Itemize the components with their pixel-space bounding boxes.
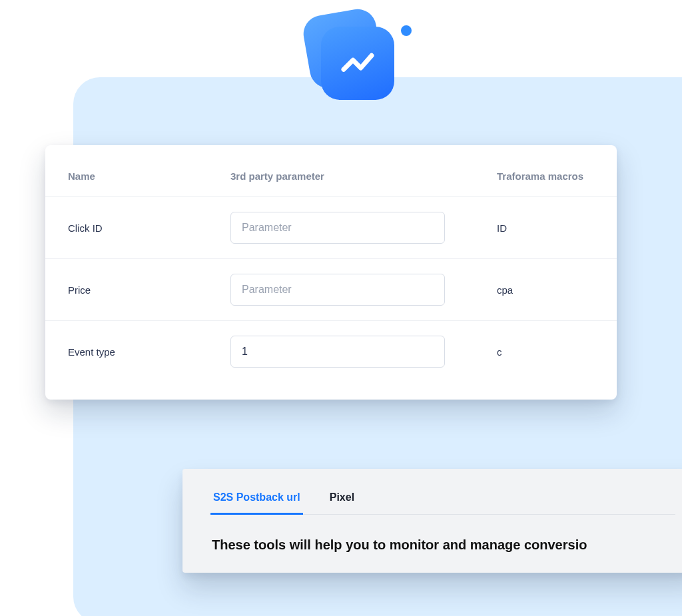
click-id-parameter-input[interactable] — [230, 212, 445, 244]
table-row: Click ID ID — [45, 196, 617, 258]
table-row: Event type c — [45, 320, 617, 382]
tracking-panel-heading: These tools will help you to monitor and… — [212, 537, 675, 553]
tracking-tabs: S2S Postback url Pixel — [212, 486, 675, 515]
header-macro: Traforama macros — [497, 170, 594, 182]
row-name: Click ID — [68, 222, 230, 234]
analytics-icon — [306, 12, 413, 112]
price-parameter-input[interactable] — [230, 274, 445, 306]
row-macro: ID — [497, 222, 594, 234]
tracking-panel: S2S Postback url Pixel These tools will … — [182, 469, 682, 573]
tab-s2s-postback-url[interactable]: S2S Postback url — [212, 486, 302, 514]
table-header-row: Name 3rd party parameter Traforama macro… — [45, 165, 617, 196]
header-name: Name — [68, 170, 230, 182]
event-type-parameter-input[interactable] — [230, 336, 445, 368]
notification-dot-icon — [401, 25, 412, 36]
tab-pixel[interactable]: Pixel — [328, 486, 356, 514]
row-macro: c — [497, 346, 594, 358]
row-name: Price — [68, 284, 230, 296]
header-param: 3rd party parameter — [230, 170, 497, 182]
parameters-card: Name 3rd party parameter Traforama macro… — [45, 145, 617, 400]
analytics-icon-front — [321, 27, 394, 100]
row-macro: cpa — [497, 284, 594, 296]
trend-line-icon — [339, 45, 376, 82]
row-name: Event type — [68, 346, 230, 358]
table-row: Price cpa — [45, 258, 617, 320]
